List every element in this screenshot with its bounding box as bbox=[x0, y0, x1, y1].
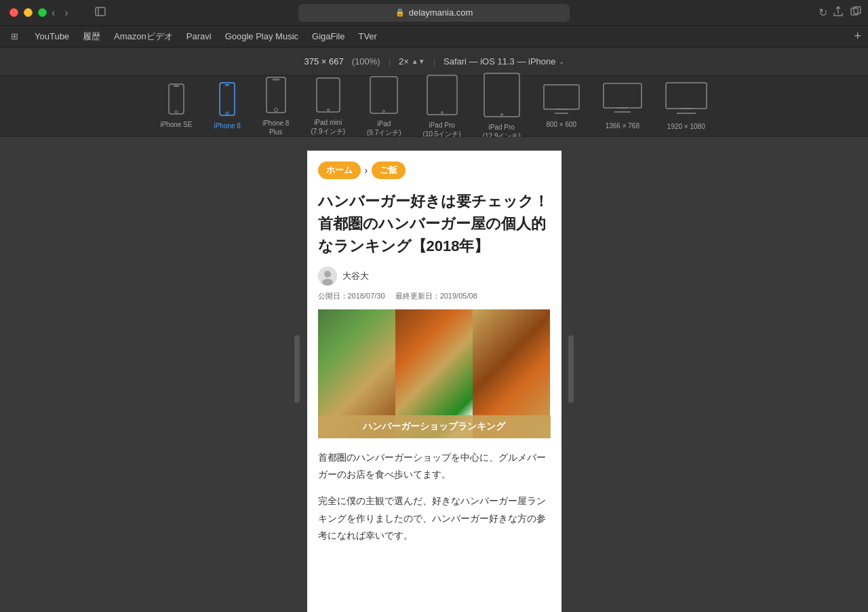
back-button[interactable]: ‹ bbox=[47, 7, 59, 19]
fullscreen-button[interactable] bbox=[38, 8, 47, 17]
ipad-icon bbox=[369, 76, 399, 117]
dpr-arrows: ▲▼ bbox=[412, 58, 425, 65]
device-iphone-se[interactable]: iPhone SE bbox=[155, 79, 197, 133]
device-ipad-mini-label: iPad mini(7.9インチ) bbox=[311, 118, 345, 136]
device-selector: iPhone SE iPhone 8 iPhone 8Plus bbox=[0, 76, 868, 137]
article-para-2: 完全に僕の主観で選んだ、好きなハンバーガー屋ランキングを作りましたので、ハンバー… bbox=[318, 493, 551, 544]
author-avatar bbox=[318, 267, 337, 286]
lock-icon: 🔒 bbox=[395, 8, 405, 17]
iphone-se-icon bbox=[167, 83, 185, 117]
main-area: ホーム › ご飯 ハンバーガー好きは要チェック！首都圏のハンバーガー屋の個人的な… bbox=[0, 137, 868, 612]
minimize-button[interactable] bbox=[24, 8, 33, 17]
device-iphone-se-label: iPhone SE bbox=[160, 120, 192, 129]
svg-rect-7 bbox=[220, 83, 235, 115]
hero-image: ハンバーガーショップランキング bbox=[318, 309, 551, 438]
device-800-label: 800 × 600 bbox=[546, 120, 576, 129]
device-iphone-8-plus[interactable]: iPhone 8Plus bbox=[257, 73, 294, 140]
device-ipad[interactable]: iPad(9.7インチ) bbox=[361, 72, 407, 141]
svg-rect-0 bbox=[96, 7, 105, 16]
breadcrumb-separator: › bbox=[365, 165, 368, 176]
ipad-pro-12-icon bbox=[483, 73, 521, 120]
svg-rect-19 bbox=[484, 73, 519, 117]
article-para-1: 首都圏のハンバーガーショップを中心に、グルメバーガーのお店を食べ歩いてます。 bbox=[318, 449, 551, 483]
device-ipad-pro-12[interactable]: iPad Pro(12.9インチ) bbox=[477, 69, 526, 145]
bookmark-tver[interactable]: TVer bbox=[358, 31, 376, 41]
breadcrumb-category[interactable]: ご飯 bbox=[372, 161, 406, 179]
bookmark-gigafile[interactable]: GigaFile bbox=[312, 31, 344, 41]
author-line: 大谷大 bbox=[318, 267, 551, 286]
bookmark-youtube[interactable]: YouTube bbox=[35, 31, 69, 41]
nav-buttons: ‹ › bbox=[47, 7, 73, 19]
ua-selector[interactable]: Safari — iOS 11.3 — iPhone ⌄ bbox=[443, 56, 564, 66]
dpr-control[interactable]: 2× ▲▼ bbox=[399, 56, 425, 66]
device-1920-label: 1920 × 1080 bbox=[667, 122, 705, 131]
new-tab-button[interactable] bbox=[850, 6, 861, 19]
address-bar[interactable]: 🔒 delaymania.com bbox=[298, 4, 570, 22]
viewport-info: 375 × 667 (100%) | 2× ▲▼ | Safari — iOS … bbox=[304, 56, 564, 66]
device-iphone-8[interactable]: iPhone 8 bbox=[208, 78, 245, 134]
svg-rect-13 bbox=[317, 78, 340, 112]
svg-point-6 bbox=[175, 111, 178, 113]
phone-preview: ホーム › ご飯 ハンバーガー好きは要チェック！首都圏のハンバーガー屋の個人的な… bbox=[307, 151, 561, 612]
device-iphone-8-plus-label: iPhone 8Plus bbox=[262, 119, 289, 136]
iphone-8-icon bbox=[218, 82, 236, 119]
url-text: delaymania.com bbox=[409, 7, 473, 18]
bookmark-paravi[interactable]: Paravi bbox=[186, 31, 212, 41]
ua-chevron: ⌄ bbox=[559, 58, 564, 65]
device-1366-label: 1366 × 768 bbox=[606, 121, 639, 130]
left-scroll-handle[interactable] bbox=[294, 335, 300, 403]
svg-rect-11 bbox=[273, 79, 279, 80]
svg-point-20 bbox=[500, 113, 502, 115]
viewport-dimensions: 375 × 667 bbox=[304, 56, 343, 66]
device-1366x768[interactable]: 1366 × 768 bbox=[597, 78, 648, 134]
update-date: 最終更新日：2019/05/08 bbox=[395, 292, 477, 300]
bookmark-history[interactable]: 履歴 bbox=[83, 31, 100, 43]
toolbar-right-buttons bbox=[833, 6, 861, 19]
svg-rect-15 bbox=[370, 77, 397, 113]
svg-point-9 bbox=[226, 112, 229, 115]
reload-button[interactable]: ↻ bbox=[818, 6, 827, 19]
ipad-mini-icon bbox=[315, 77, 341, 115]
forward-button[interactable]: › bbox=[60, 7, 72, 19]
device-ipad-mini[interactable]: iPad mini(7.9インチ) bbox=[305, 73, 351, 140]
svg-rect-5 bbox=[174, 85, 179, 87]
breadcrumb-home[interactable]: ホーム bbox=[318, 161, 361, 179]
svg-rect-17 bbox=[427, 75, 457, 115]
device-800x600[interactable]: 800 × 600 bbox=[537, 79, 586, 133]
right-scroll-handle[interactable] bbox=[568, 335, 574, 403]
svg-point-18 bbox=[441, 111, 443, 113]
svg-point-12 bbox=[274, 108, 277, 111]
author-name: 大谷大 bbox=[342, 270, 369, 282]
sidebar-button[interactable] bbox=[95, 7, 106, 18]
close-button[interactable] bbox=[9, 8, 18, 17]
monitor-800-icon bbox=[542, 83, 580, 117]
bookmark-googleplay[interactable]: Google Play Music bbox=[225, 31, 298, 41]
add-bookmark-button[interactable]: + bbox=[854, 29, 861, 43]
svg-point-14 bbox=[327, 109, 329, 111]
ipad-pro-10-icon bbox=[426, 75, 458, 118]
device-1920x1080[interactable]: 1920 × 1080 bbox=[659, 77, 713, 135]
device-ipad-pro-10-label: iPad Pro(10.5インチ) bbox=[423, 121, 461, 138]
svg-rect-8 bbox=[225, 85, 229, 86]
webpage-content: ホーム › ご飯 ハンバーガー好きは要チェック！首都圏のハンバーガー屋の個人的な… bbox=[307, 151, 561, 565]
separator: | bbox=[389, 56, 391, 66]
share-button[interactable] bbox=[833, 6, 844, 19]
monitor-1366-icon bbox=[602, 82, 643, 119]
svg-rect-27 bbox=[666, 83, 707, 109]
monitor-1920-icon bbox=[665, 81, 708, 119]
traffic-lights bbox=[0, 8, 47, 17]
hero-caption: ハンバーガーショップランキング bbox=[318, 415, 551, 438]
bookmark-amazon[interactable]: Amazonビデオ bbox=[114, 31, 173, 43]
iphone-8-plus-icon bbox=[265, 77, 287, 116]
svg-point-32 bbox=[322, 279, 333, 286]
device-ipad-label: iPad(9.7インチ) bbox=[367, 119, 401, 137]
viewport-percent: (100%) bbox=[352, 56, 380, 66]
svg-point-16 bbox=[383, 110, 385, 112]
grid-icon[interactable]: ⊞ bbox=[11, 31, 18, 41]
breadcrumb: ホーム › ご飯 bbox=[318, 161, 551, 179]
ua-text: Safari — iOS 11.3 — iPhone bbox=[443, 56, 555, 66]
svg-rect-10 bbox=[267, 77, 285, 113]
svg-rect-4 bbox=[169, 84, 184, 114]
bookmarks-bar: ⊞ YouTube 履歴 Amazonビデオ Paravi Google Pla… bbox=[0, 26, 868, 47]
device-ipad-pro-10[interactable]: iPad Pro(10.5インチ) bbox=[418, 71, 467, 142]
